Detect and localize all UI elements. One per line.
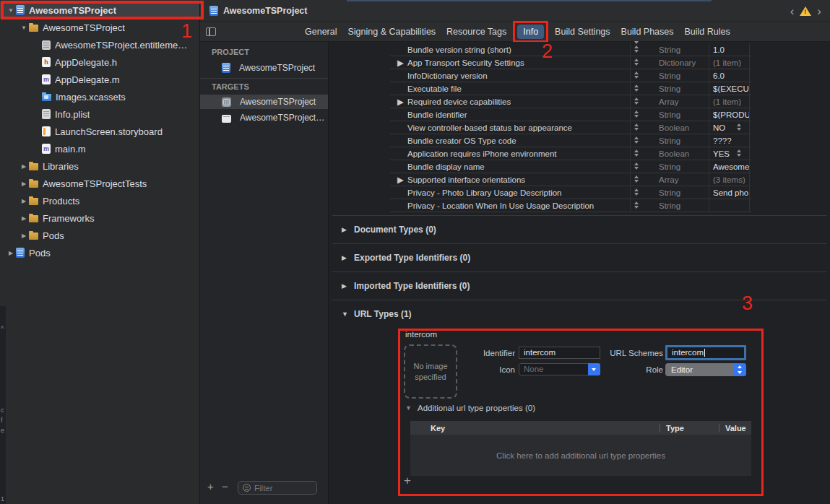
disclosure-triangle-icon[interactable]: ▶ — [397, 56, 404, 69]
plist-key[interactable]: Bundle version string (short) — [407, 43, 511, 56]
disclosure-triangle-icon[interactable]: ▼ — [405, 404, 418, 412]
disclosure-triangle-icon[interactable]: ▶ — [6, 250, 16, 256]
disclosure-triangle-icon[interactable]: ▼ — [342, 310, 354, 318]
navigator-row[interactable]: AppDelegate.h — [0, 53, 199, 71]
navigator-row[interactable]: Info.plist — [0, 105, 199, 123]
plist-section-header[interactable]: ▶ Document Types (0) — [332, 215, 826, 243]
disclosure-triangle-icon[interactable]: ▼ — [6, 7, 16, 14]
plist-value[interactable]: 6.0 — [713, 69, 749, 82]
add-url-type-button[interactable]: + — [404, 474, 411, 488]
project-item[interactable]: AwesomeTSProject — [200, 61, 328, 75]
navigator-row[interactable]: AppDelegate.m — [0, 71, 199, 88]
plist-type[interactable]: String — [659, 82, 680, 95]
plist-key[interactable]: Bundle creator OS Type code — [407, 134, 516, 147]
key-stepper-icon[interactable] — [634, 110, 639, 118]
disclosure-triangle-icon[interactable]: ▶ — [19, 215, 29, 222]
plist-row[interactable]: View controller-based status bar appeara… — [390, 121, 751, 134]
plist-key[interactable]: View controller-based status bar appeara… — [407, 121, 572, 134]
plist-value[interactable]: (1 item) — [713, 95, 749, 108]
plist-row[interactable]: Bundle identifier String $(PRODU — [390, 108, 751, 121]
disclosure-triangle-icon[interactable]: ▶ — [342, 254, 354, 261]
plist-value[interactable]: 1.0 — [713, 43, 749, 56]
editor-tab[interactable]: Resource Tags — [446, 25, 506, 39]
plist-type[interactable]: String — [659, 108, 680, 121]
plist-row[interactable]: Privacy - Photo Library Usage Descriptio… — [390, 186, 751, 199]
editor-tab[interactable]: General — [305, 25, 337, 39]
plist-row[interactable]: Bundle creator OS Type code String ???? — [390, 134, 751, 147]
plist-type[interactable]: Boolean — [659, 121, 689, 134]
plist-key[interactable]: Supported interface orientations — [407, 173, 525, 186]
disclosure-triangle-icon[interactable]: ▶ — [397, 95, 404, 108]
editor-tab[interactable]: Build Phases — [621, 25, 674, 39]
plist-key[interactable]: Bundle identifier — [407, 108, 467, 121]
key-stepper-icon[interactable] — [634, 201, 639, 209]
editor-tab[interactable]: Build Rules — [685, 25, 730, 39]
navigator-row[interactable]: ▶ Products — [0, 192, 199, 209]
plist-type[interactable]: Dictionary — [659, 56, 696, 69]
chevron-down-icon[interactable] — [588, 363, 600, 375]
plist-row[interactable]: ▶ Supported interface orientations Array… — [390, 173, 751, 186]
navigator-row[interactable]: ▶ AwesomeTSProjectTests — [0, 175, 199, 192]
boolean-value-stepper-icon[interactable] — [737, 123, 741, 131]
plist-row[interactable]: Bundle version string (short) String 1.0 — [390, 43, 751, 56]
plist-value[interactable]: Awesome — [713, 160, 749, 173]
icon-dropdown[interactable]: None — [519, 363, 600, 375]
disclosure-triangle-icon[interactable]: ▶ — [19, 163, 29, 170]
url-schemes-field[interactable]: intercom — [665, 345, 746, 360]
navigator-row[interactable]: ▶ Libraries — [0, 157, 199, 175]
plist-key[interactable]: App Transport Security Settings — [407, 56, 524, 69]
editor-tab[interactable]: Signing & Capabilities — [347, 25, 436, 39]
next-issue-icon[interactable]: › — [816, 5, 823, 17]
navigator-row[interactable]: main.m — [0, 140, 199, 157]
disclosure-triangle-icon[interactable]: ▶ — [342, 282, 354, 290]
navigator-row[interactable]: ▶ Frameworks — [0, 209, 199, 227]
navigator-row[interactable]: ▶ Pods — [0, 244, 199, 261]
plist-key[interactable]: Bundle display name — [407, 160, 485, 173]
plist-row[interactable]: Bundle display name String Awesome — [390, 160, 751, 173]
column-header-key[interactable]: Key — [410, 424, 660, 433]
additional-properties-header[interactable]: ▼ Additional url type properties (0) — [405, 404, 535, 412]
identifier-field[interactable]: intercom — [519, 347, 600, 359]
plist-value[interactable]: $(EXECU — [713, 82, 749, 95]
key-stepper-icon[interactable] — [634, 175, 639, 183]
disclosure-triangle-icon[interactable]: ▶ — [397, 173, 404, 186]
empty-table-placeholder[interactable]: Click here to add additional url type pr… — [410, 435, 751, 476]
plist-row[interactable]: ▶ Required device capabilities Array (1 … — [390, 95, 751, 108]
key-stepper-icon[interactable] — [634, 84, 639, 92]
plist-type[interactable]: Array — [659, 173, 678, 186]
key-stepper-icon[interactable] — [634, 97, 639, 105]
key-stepper-icon[interactable] — [634, 188, 639, 196]
plist-type[interactable]: String — [659, 43, 680, 56]
plist-type[interactable]: String — [659, 160, 680, 173]
plist-row[interactable]: Privacy - Location When In Use Usage Des… — [390, 199, 751, 212]
plist-type[interactable]: String — [659, 186, 680, 199]
jumpbar-title[interactable]: AwesomeTSProject — [223, 6, 307, 16]
url-type-name[interactable]: intercom — [405, 330, 437, 339]
plist-type[interactable]: String — [659, 199, 680, 212]
plist-key[interactable]: Privacy - Photo Library Usage Descriptio… — [407, 186, 561, 199]
key-stepper-icon[interactable] — [634, 71, 639, 79]
url-type-image-well[interactable]: No image specified — [404, 344, 457, 399]
target-item-tests[interactable]: AwesomeTSProject… — [200, 110, 328, 125]
key-stepper-icon[interactable] — [634, 136, 639, 144]
navigator-row[interactable]: ▼ AwesomeTSProject — [0, 1, 199, 19]
warning-icon[interactable] — [800, 6, 811, 16]
editor-tab[interactable]: Build Settings — [555, 25, 610, 39]
plist-type[interactable]: Boolean — [659, 147, 689, 160]
plist-key[interactable]: Privacy - Location When In Use Usage Des… — [407, 199, 594, 212]
plist-value[interactable]: $(PRODU — [713, 108, 749, 121]
plist-type[interactable]: String — [659, 69, 680, 82]
disclosure-triangle-icon[interactable]: ▶ — [342, 226, 354, 233]
disclosure-triangle-icon[interactable]: ▶ — [19, 233, 29, 239]
previous-issue-icon[interactable]: ‹ — [789, 5, 796, 17]
target-item-app[interactable]: AwesomeTSProject — [200, 95, 328, 109]
navigator-row[interactable]: ▼ AwesomeTSProject — [0, 19, 199, 36]
plist-key[interactable]: Application requires iPhone environment — [407, 147, 556, 160]
filter-input[interactable]: Filter — [238, 481, 317, 495]
inspector-toggle-icon[interactable] — [206, 27, 216, 36]
plist-section-header[interactable]: ▶ Imported Type Identifiers (0) — [332, 271, 826, 300]
plist-value[interactable]: (3 items) — [713, 173, 749, 186]
plist-row[interactable]: ▶ App Transport Security Settings Dictio… — [390, 56, 751, 69]
navigator-row[interactable]: Images.xcassets — [0, 88, 199, 105]
navigator-row[interactable]: ▶ Pods — [0, 227, 199, 244]
